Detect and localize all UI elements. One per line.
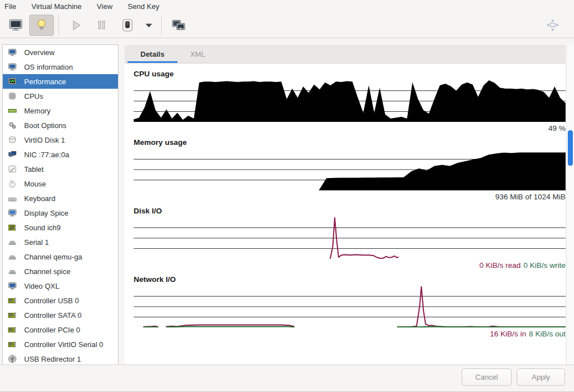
sidebar-item-serial-1[interactable]: Serial 1 xyxy=(3,235,118,249)
disk-icon xyxy=(8,135,17,144)
sidebar-item-tablet[interactable]: Tablet xyxy=(3,162,118,176)
run-button xyxy=(63,15,88,36)
keyboard-icon xyxy=(8,194,17,203)
sidebar-item-controller-sata-0[interactable]: Controller SATA 0 xyxy=(3,308,118,322)
file-menu[interactable]: File xyxy=(4,1,24,12)
show-details-button[interactable] xyxy=(29,15,54,36)
chart-title: Network I/O xyxy=(134,275,566,284)
virtual-machine-menu[interactable]: Virtual Machine xyxy=(31,1,89,12)
network-out-series xyxy=(166,327,294,327)
sidebar-item-sound-ich9[interactable]: Sound ich9 xyxy=(3,220,118,235)
sidebar-item-keyboard[interactable]: Keyboard xyxy=(3,191,118,206)
controller-icon xyxy=(8,296,17,305)
sidebar-item-label: OS information xyxy=(24,63,73,71)
sidebar-item-video-qxl[interactable]: Video QXL xyxy=(3,279,118,293)
sidebar-item-label: Serial 1 xyxy=(24,238,49,247)
sidebar-item-controller-usb-0[interactable]: Controller USB 0 xyxy=(3,293,118,308)
displays-button[interactable] xyxy=(166,15,191,36)
channel-icon xyxy=(8,252,17,261)
stat-value: 16 KiB/s in xyxy=(490,330,526,338)
lightbulb-icon xyxy=(34,18,49,33)
sidebar-item-os-information[interactable]: OS information xyxy=(3,60,118,74)
sidebar-item-controller-virtio-serial-0[interactable]: Controller VirtIO Serial 0 xyxy=(3,337,118,352)
tab-bar: DetailsXML xyxy=(125,45,566,63)
sidebar-item-label: USB Redirector 1 xyxy=(24,355,81,363)
nic-icon xyxy=(8,150,17,159)
console-icon xyxy=(8,18,23,33)
chart-title: CPU usage xyxy=(134,70,566,78)
pause-button xyxy=(89,15,114,36)
memory-mib-series xyxy=(134,152,566,190)
network-out-series xyxy=(397,327,566,327)
memory-icon xyxy=(8,106,17,115)
fullscreen-icon xyxy=(545,18,560,33)
cpu-percent-series xyxy=(134,80,566,122)
video-icon xyxy=(8,281,17,290)
serial-icon xyxy=(8,238,17,247)
sidebar-item-channel-spice[interactable]: Channel spice xyxy=(3,264,118,279)
hardware-list: OverviewOS informationPerformanceCPUsMem… xyxy=(2,44,119,366)
sidebar-item-label: Performance xyxy=(24,78,66,86)
show-console-button[interactable] xyxy=(3,15,28,36)
sidebar-item-cpus[interactable]: CPUs xyxy=(3,89,118,103)
sidebar-item-label: Controller USB 0 xyxy=(24,297,79,305)
sidebar-item-overview[interactable]: Overview xyxy=(3,45,118,60)
performance-charts: CPU usage49 %Memory usage936 MiB of 1024… xyxy=(125,63,566,338)
sidebar-item-label: Keyboard xyxy=(24,194,56,203)
footer-bar: Cancel Apply xyxy=(0,364,574,391)
cpu-icon xyxy=(8,92,17,101)
tab-xml[interactable]: XML xyxy=(177,45,218,63)
memory-usage-chart: Memory usage936 MiB of 1024 MiB xyxy=(134,138,566,201)
sound-icon xyxy=(8,223,17,232)
sidebar-item-label: CPUs xyxy=(24,92,43,101)
sidebar-item-label: Memory xyxy=(24,107,51,115)
cpu-usage-stat: 49 % xyxy=(134,124,566,133)
sidebar-item-boot-options[interactable]: Boot Options xyxy=(3,118,118,133)
sidebar-item-label: NIC :77:ae:0a xyxy=(24,151,69,159)
controller-icon xyxy=(8,311,17,320)
toolbar-separator xyxy=(58,15,59,36)
shutdown-icon xyxy=(120,18,135,33)
sidebar-item-performance[interactable]: Performance xyxy=(3,74,118,89)
memory-usage-plot xyxy=(134,149,566,190)
network-i-o-plot xyxy=(134,286,566,327)
displays-icon xyxy=(171,18,186,33)
details-scrollbar[interactable] xyxy=(566,45,574,365)
network-i-o-stat: 16 KiB/s in8 KiB/s out xyxy=(134,330,566,338)
stat-value: 8 KiB/s out xyxy=(529,330,566,338)
disk-i-o-chart: Disk I/O0 KiB/s read0 KiB/s write xyxy=(134,207,566,270)
cancel-button[interactable]: Cancel xyxy=(462,368,512,386)
usb-icon xyxy=(8,354,17,363)
sidebar-item-label: Controller VirtIO Serial 0 xyxy=(24,340,103,349)
sidebar-item-label: Mouse xyxy=(24,180,46,188)
cpu-usage-chart: CPU usage49 % xyxy=(134,70,566,133)
tab-details[interactable]: Details xyxy=(127,45,177,63)
sidebar-item-controller-pcie-0[interactable]: Controller PCIe 0 xyxy=(3,322,118,337)
memory-usage-stat: 936 MiB of 1024 MiB xyxy=(134,193,566,201)
apply-button[interactable]: Apply xyxy=(517,368,565,386)
sidebar-item-nic-77-ae-0a[interactable]: NIC :77:ae:0a xyxy=(3,147,118,162)
sidebar-item-label: Boot Options xyxy=(24,121,66,130)
boot-gears-icon xyxy=(8,121,17,130)
sidebar-item-memory[interactable]: Memory xyxy=(3,103,118,118)
pause-icon xyxy=(94,18,109,33)
stat-value: 0 KiB/s write xyxy=(523,261,566,270)
sidebar-item-label: Tablet xyxy=(24,165,44,174)
shutdown-button[interactable] xyxy=(115,15,140,36)
scrollbar-thumb[interactable] xyxy=(568,130,573,166)
channel-icon xyxy=(8,267,17,276)
tablet-icon xyxy=(8,165,17,174)
toolbar-separator xyxy=(161,15,162,36)
sidebar-item-virtio-disk-1[interactable]: VirtIO Disk 1 xyxy=(3,133,118,147)
sidebar-item-mouse[interactable]: Mouse xyxy=(3,176,118,191)
mouse-icon xyxy=(8,179,17,188)
view-menu[interactable]: View xyxy=(97,1,120,12)
sidebar-item-channel-qemu-ga[interactable]: Channel qemu-ga xyxy=(3,249,118,264)
sidebar-item-display-spice[interactable]: Display Spice xyxy=(3,206,118,220)
send-key-menu[interactable]: Send Key xyxy=(127,1,166,12)
shutdown-menu-button[interactable] xyxy=(141,15,157,36)
performance-icon xyxy=(8,77,17,86)
sidebar-item-label: Display Spice xyxy=(24,209,69,217)
sidebar-item-label: Video QXL xyxy=(24,282,60,290)
stat-value: 936 MiB of 1024 MiB xyxy=(495,193,566,201)
